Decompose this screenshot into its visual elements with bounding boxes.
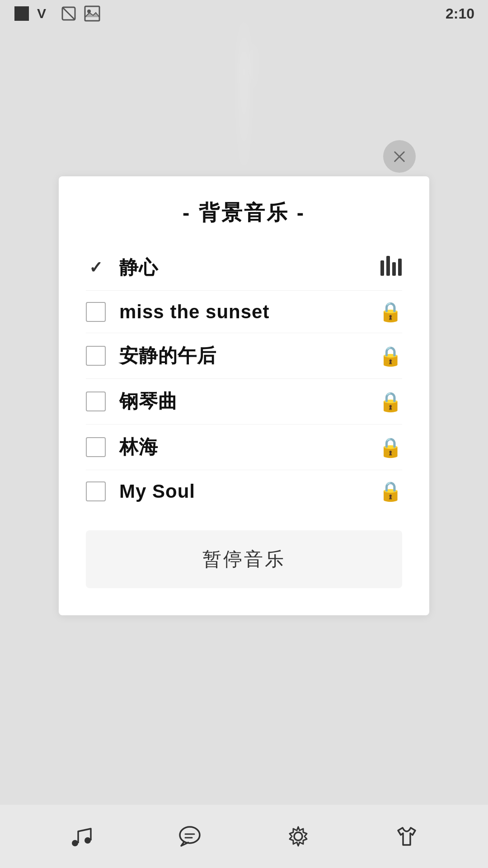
status-time: 2:10 — [446, 5, 474, 22]
checkmark-icon: ✓ — [89, 259, 103, 276]
status-bar: V 2:10 — [0, 0, 488, 27]
music-label-my-soul: My Soul — [119, 481, 379, 502]
svg-rect-8 — [392, 262, 396, 276]
no-sim-icon — [61, 5, 77, 22]
nav-item-music[interactable] — [61, 816, 102, 857]
svg-point-15 — [294, 832, 302, 840]
svg-rect-4 — [85, 6, 99, 21]
lock-icon: 🔒 — [379, 480, 402, 502]
svg-point-11 — [84, 837, 91, 844]
checkbox-miss-the-sunset[interactable] — [86, 302, 106, 322]
music-label-jingxin: 静心 — [119, 255, 380, 280]
svg-line-3 — [62, 7, 75, 20]
list-item[interactable]: 钢琴曲 🔒 — [86, 379, 402, 425]
tshirt-icon — [394, 824, 419, 849]
list-item[interactable]: miss the sunset 🔒 — [86, 291, 402, 333]
checkbox-my-soul[interactable] — [86, 481, 106, 501]
music-label-miss-the-sunset: miss the sunset — [119, 301, 379, 323]
checkbox-gangqinqu[interactable] — [86, 392, 106, 411]
list-item[interactable]: ✓ 静心 — [86, 245, 402, 291]
svg-rect-7 — [386, 256, 390, 276]
svg-point-12 — [180, 827, 200, 843]
svg-rect-6 — [380, 260, 384, 276]
status-icons: V — [14, 5, 100, 22]
svg-rect-9 — [398, 259, 402, 276]
music-icon — [69, 824, 94, 849]
svg-point-10 — [72, 840, 78, 846]
nav-item-chat[interactable] — [169, 816, 210, 857]
svg-text:V: V — [37, 6, 46, 21]
checkbox-jingxin[interactable]: ✓ — [86, 258, 106, 278]
music-dialog: - 背景音乐 - ✓ 静心 miss the sunset 🔒 安静的午后 🔒 … — [59, 176, 429, 615]
bottom-navigation — [0, 805, 488, 868]
dialog-title: - 背景音乐 - — [86, 199, 402, 227]
list-item[interactable]: My Soul 🔒 — [86, 470, 402, 512]
checkbox-linhai[interactable] — [86, 437, 106, 457]
music-label-linhai: 林海 — [119, 434, 379, 460]
music-label-anjing: 安静的午后 — [119, 343, 379, 368]
lock-icon: 🔒 — [379, 301, 402, 323]
nav-item-settings[interactable] — [278, 816, 319, 857]
checkbox-anjing[interactable] — [86, 346, 106, 366]
square-icon — [14, 5, 30, 22]
settings-icon — [286, 824, 310, 849]
smoke-decoration — [243, 0, 245, 199]
lock-icon: 🔒 — [379, 391, 402, 413]
nav-item-wardrobe[interactable] — [386, 816, 427, 857]
list-item[interactable]: 安静的午后 🔒 — [86, 333, 402, 379]
svg-rect-0 — [14, 6, 29, 21]
music-label-gangqinqu: 钢琴曲 — [119, 389, 379, 414]
playing-bars-icon — [380, 256, 402, 280]
image-icon — [84, 5, 100, 22]
lock-icon: 🔒 — [379, 345, 402, 367]
v-icon: V — [37, 5, 53, 22]
list-item[interactable]: 林海 🔒 — [86, 425, 402, 470]
pause-music-button[interactable]: 暂停音乐 — [86, 530, 402, 588]
lock-icon: 🔒 — [379, 436, 402, 458]
close-button[interactable] — [383, 140, 416, 173]
chat-icon — [178, 824, 202, 849]
